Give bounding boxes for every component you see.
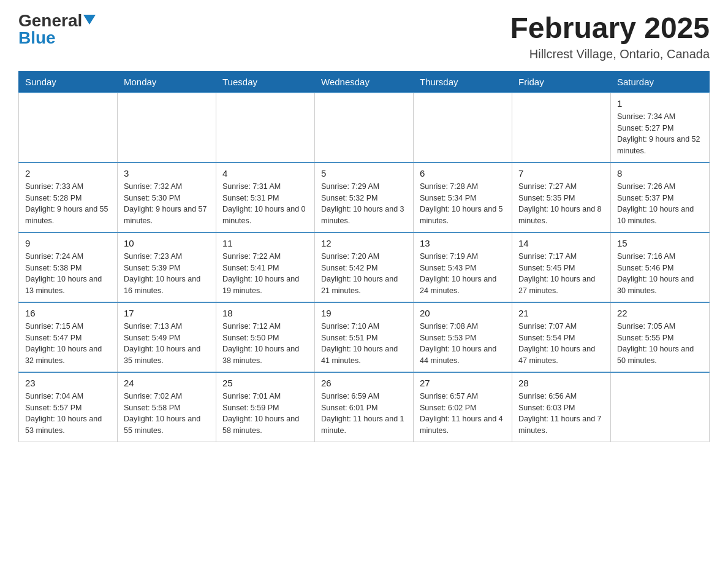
calendar-cell [315, 93, 414, 163]
calendar-cell: 16Sunrise: 7:15 AMSunset: 5:47 PMDayligh… [19, 302, 118, 372]
calendar-week-row: 16Sunrise: 7:15 AMSunset: 5:47 PMDayligh… [19, 302, 710, 372]
day-info: Sunrise: 7:26 AMSunset: 5:37 PMDaylight:… [617, 181, 703, 227]
calendar-cell [611, 372, 710, 442]
calendar-cell: 21Sunrise: 7:07 AMSunset: 5:54 PMDayligh… [512, 302, 611, 372]
calendar-cell [19, 93, 118, 163]
day-info: Sunrise: 7:15 AMSunset: 5:47 PMDaylight:… [25, 321, 111, 367]
day-info: Sunrise: 6:59 AMSunset: 6:01 PMDaylight:… [321, 391, 407, 437]
weekday-header-saturday: Saturday [611, 71, 710, 93]
day-info: Sunrise: 7:17 AMSunset: 5:45 PMDaylight:… [518, 251, 604, 297]
logo: General Blue [18, 12, 96, 47]
day-number: 7 [518, 168, 604, 178]
calendar-cell: 13Sunrise: 7:19 AMSunset: 5:43 PMDayligh… [414, 232, 512, 302]
weekday-header-tuesday: Tuesday [216, 71, 315, 93]
day-number: 23 [25, 378, 111, 388]
calendar-cell: 19Sunrise: 7:10 AMSunset: 5:51 PMDayligh… [315, 302, 414, 372]
day-number: 26 [321, 378, 407, 388]
day-info: Sunrise: 7:20 AMSunset: 5:42 PMDaylight:… [321, 251, 407, 297]
day-info: Sunrise: 7:23 AMSunset: 5:39 PMDaylight:… [124, 251, 210, 297]
day-info: Sunrise: 7:29 AMSunset: 5:32 PMDaylight:… [321, 181, 407, 227]
page-header: General Blue February 2025 Hillcrest Vil… [18, 12, 710, 61]
day-info: Sunrise: 7:27 AMSunset: 5:35 PMDaylight:… [518, 181, 604, 227]
calendar-cell: 23Sunrise: 7:04 AMSunset: 5:57 PMDayligh… [19, 372, 118, 442]
calendar-week-row: 9Sunrise: 7:24 AMSunset: 5:38 PMDaylight… [19, 232, 710, 302]
month-title: February 2025 [510, 12, 710, 45]
calendar-cell: 27Sunrise: 6:57 AMSunset: 6:02 PMDayligh… [414, 372, 512, 442]
calendar-cell [414, 93, 512, 163]
calendar-cell: 14Sunrise: 7:17 AMSunset: 5:45 PMDayligh… [512, 232, 611, 302]
calendar-table: SundayMondayTuesdayWednesdayThursdayFrid… [18, 71, 710, 442]
day-info: Sunrise: 7:12 AMSunset: 5:50 PMDaylight:… [222, 321, 308, 367]
weekday-header-monday: Monday [118, 71, 216, 93]
logo-triangle-icon [83, 15, 96, 25]
calendar-cell: 6Sunrise: 7:28 AMSunset: 5:34 PMDaylight… [414, 163, 512, 232]
calendar-cell [512, 93, 611, 163]
day-info: Sunrise: 7:22 AMSunset: 5:41 PMDaylight:… [222, 251, 308, 297]
day-number: 13 [420, 238, 506, 248]
day-number: 6 [420, 168, 506, 178]
day-number: 2 [25, 168, 111, 178]
day-info: Sunrise: 7:28 AMSunset: 5:34 PMDaylight:… [420, 181, 506, 227]
calendar-week-row: 23Sunrise: 7:04 AMSunset: 5:57 PMDayligh… [19, 372, 710, 442]
calendar-cell [216, 93, 315, 163]
calendar-cell: 20Sunrise: 7:08 AMSunset: 5:53 PMDayligh… [414, 302, 512, 372]
calendar-cell: 25Sunrise: 7:01 AMSunset: 5:59 PMDayligh… [216, 372, 315, 442]
calendar-cell: 11Sunrise: 7:22 AMSunset: 5:41 PMDayligh… [216, 232, 315, 302]
calendar-cell: 5Sunrise: 7:29 AMSunset: 5:32 PMDaylight… [315, 163, 414, 232]
day-number: 15 [617, 238, 703, 248]
day-info: Sunrise: 7:04 AMSunset: 5:57 PMDaylight:… [25, 391, 111, 437]
calendar-cell: 1Sunrise: 7:34 AMSunset: 5:27 PMDaylight… [611, 93, 710, 163]
location-title: Hillcrest Village, Ontario, Canada [510, 47, 710, 61]
title-block: February 2025 Hillcrest Village, Ontario… [510, 12, 710, 61]
calendar-cell: 18Sunrise: 7:12 AMSunset: 5:50 PMDayligh… [216, 302, 315, 372]
calendar-cell: 12Sunrise: 7:20 AMSunset: 5:42 PMDayligh… [315, 232, 414, 302]
day-info: Sunrise: 7:08 AMSunset: 5:53 PMDaylight:… [420, 321, 506, 367]
day-info: Sunrise: 7:10 AMSunset: 5:51 PMDaylight:… [321, 321, 407, 367]
day-number: 20 [420, 308, 506, 318]
calendar-cell: 26Sunrise: 6:59 AMSunset: 6:01 PMDayligh… [315, 372, 414, 442]
day-number: 18 [222, 308, 308, 318]
day-info: Sunrise: 7:19 AMSunset: 5:43 PMDaylight:… [420, 251, 506, 297]
calendar-cell: 8Sunrise: 7:26 AMSunset: 5:37 PMDaylight… [611, 163, 710, 232]
calendar-week-row: 1Sunrise: 7:34 AMSunset: 5:27 PMDaylight… [19, 93, 710, 163]
calendar-cell: 22Sunrise: 7:05 AMSunset: 5:55 PMDayligh… [611, 302, 710, 372]
day-number: 16 [25, 308, 111, 318]
day-number: 8 [617, 168, 703, 178]
svg-marker-0 [83, 15, 96, 25]
calendar-cell: 15Sunrise: 7:16 AMSunset: 5:46 PMDayligh… [611, 232, 710, 302]
day-info: Sunrise: 7:01 AMSunset: 5:59 PMDaylight:… [222, 391, 308, 437]
day-number: 9 [25, 238, 111, 248]
day-info: Sunrise: 7:31 AMSunset: 5:31 PMDaylight:… [222, 181, 308, 227]
day-number: 12 [321, 238, 407, 248]
calendar-cell: 7Sunrise: 7:27 AMSunset: 5:35 PMDaylight… [512, 163, 611, 232]
weekday-header-wednesday: Wednesday [315, 71, 414, 93]
day-info: Sunrise: 7:07 AMSunset: 5:54 PMDaylight:… [518, 321, 604, 367]
day-number: 5 [321, 168, 407, 178]
weekday-header-friday: Friday [512, 71, 611, 93]
day-info: Sunrise: 7:16 AMSunset: 5:46 PMDaylight:… [617, 251, 703, 297]
weekday-header-thursday: Thursday [414, 71, 512, 93]
day-number: 11 [222, 238, 308, 248]
calendar-cell: 10Sunrise: 7:23 AMSunset: 5:39 PMDayligh… [118, 232, 216, 302]
calendar-week-row: 2Sunrise: 7:33 AMSunset: 5:28 PMDaylight… [19, 163, 710, 232]
day-info: Sunrise: 6:57 AMSunset: 6:02 PMDaylight:… [420, 391, 506, 437]
day-info: Sunrise: 7:24 AMSunset: 5:38 PMDaylight:… [25, 251, 111, 297]
calendar-header-row: SundayMondayTuesdayWednesdayThursdayFrid… [19, 71, 710, 93]
day-info: Sunrise: 7:05 AMSunset: 5:55 PMDaylight:… [617, 321, 703, 367]
day-number: 19 [321, 308, 407, 318]
calendar-cell: 3Sunrise: 7:32 AMSunset: 5:30 PMDaylight… [118, 163, 216, 232]
day-number: 27 [420, 378, 506, 388]
day-info: Sunrise: 7:33 AMSunset: 5:28 PMDaylight:… [25, 181, 111, 227]
day-info: Sunrise: 7:32 AMSunset: 5:30 PMDaylight:… [124, 181, 210, 227]
day-number: 28 [518, 378, 604, 388]
day-number: 22 [617, 308, 703, 318]
weekday-header-sunday: Sunday [19, 71, 118, 93]
day-number: 24 [124, 378, 210, 388]
day-number: 25 [222, 378, 308, 388]
day-number: 21 [518, 308, 604, 318]
day-number: 10 [124, 238, 210, 248]
day-number: 3 [124, 168, 210, 178]
day-info: Sunrise: 7:13 AMSunset: 5:49 PMDaylight:… [124, 321, 210, 367]
day-number: 17 [124, 308, 210, 318]
calendar-cell: 28Sunrise: 6:56 AMSunset: 6:03 PMDayligh… [512, 372, 611, 442]
